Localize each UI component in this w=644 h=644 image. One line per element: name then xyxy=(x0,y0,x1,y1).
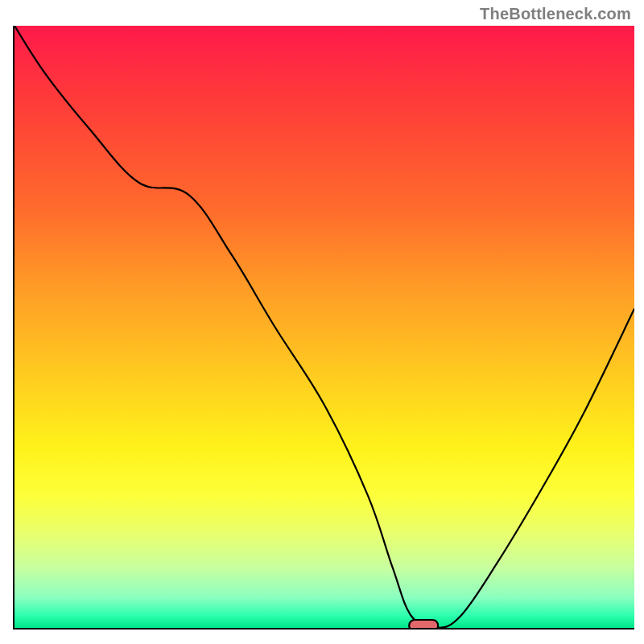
plot-area xyxy=(13,26,634,630)
watermark-text: TheBottleneck.com xyxy=(480,5,631,23)
bottleneck-curve-path xyxy=(14,26,634,628)
optimum-marker xyxy=(409,620,438,628)
curve-svg xyxy=(14,26,634,628)
bottleneck-chart: TheBottleneck.com xyxy=(0,0,644,644)
